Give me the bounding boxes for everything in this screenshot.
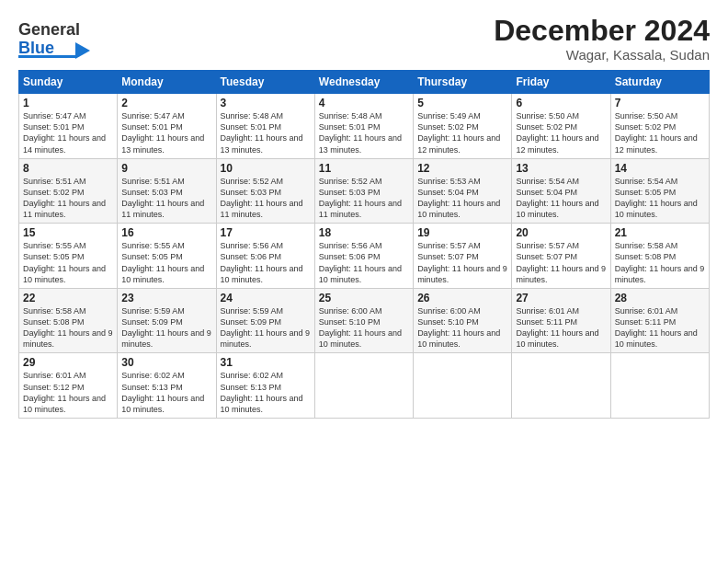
- day-number: 8: [23, 162, 113, 175]
- calendar-cell: 30Sunrise: 6:02 AMSunset: 5:13 PMDayligh…: [118, 353, 216, 419]
- calendar-cell: [512, 353, 610, 419]
- calendar-cell: 26Sunrise: 6:00 AMSunset: 5:10 PMDayligh…: [414, 288, 512, 353]
- calendar-cell: 3Sunrise: 5:48 AMSunset: 5:01 PMDaylight…: [216, 94, 314, 159]
- calendar-cell: 20Sunrise: 5:57 AMSunset: 5:07 PMDayligh…: [512, 224, 610, 289]
- day-number: 16: [121, 226, 211, 239]
- day-info: Sunrise: 5:55 AMSunset: 5:05 PMDaylight:…: [23, 240, 113, 285]
- day-number: 22: [23, 292, 113, 304]
- calendar-cell: 24Sunrise: 5:59 AMSunset: 5:09 PMDayligh…: [216, 288, 314, 353]
- day-info: Sunrise: 6:01 AMSunset: 5:12 PMDaylight:…: [23, 370, 113, 415]
- day-info: Sunrise: 5:54 AMSunset: 5:05 PMDaylight:…: [615, 176, 705, 221]
- day-info: Sunrise: 6:01 AMSunset: 5:11 PMDaylight:…: [615, 305, 705, 350]
- day-number: 18: [319, 226, 409, 239]
- calendar-cell: 22Sunrise: 5:58 AMSunset: 5:08 PMDayligh…: [19, 288, 118, 353]
- calendar-cell: 17Sunrise: 5:56 AMSunset: 5:06 PMDayligh…: [216, 224, 314, 289]
- calendar-title: December 2024: [494, 15, 710, 47]
- day-number: 7: [615, 97, 705, 109]
- day-number: 6: [516, 97, 606, 109]
- day-number: 11: [319, 162, 409, 175]
- calendar-week-1: 1Sunrise: 5:47 AMSunset: 5:01 PMDaylight…: [19, 94, 710, 159]
- day-info: Sunrise: 6:00 AMSunset: 5:10 PMDaylight:…: [417, 305, 507, 350]
- calendar-cell: 6Sunrise: 5:50 AMSunset: 5:02 PMDaylight…: [512, 94, 610, 159]
- calendar-week-5: 29Sunrise: 6:01 AMSunset: 5:12 PMDayligh…: [19, 353, 710, 419]
- day-number: 28: [615, 292, 705, 304]
- svg-marker-2: [75, 42, 90, 59]
- calendar-header-row: SundayMondayTuesdayWednesdayThursdayFrid…: [19, 71, 710, 94]
- calendar-table: SundayMondayTuesdayWednesdayThursdayFrid…: [18, 70, 710, 419]
- col-header-sunday: Sunday: [19, 71, 118, 94]
- day-info: Sunrise: 5:58 AMSunset: 5:08 PMDaylight:…: [23, 305, 113, 350]
- day-number: 21: [615, 226, 705, 239]
- day-number: 3: [221, 97, 311, 109]
- day-info: Sunrise: 5:52 AMSunset: 5:03 PMDaylight:…: [319, 176, 409, 221]
- calendar-cell: [414, 353, 512, 419]
- day-info: Sunrise: 5:49 AMSunset: 5:02 PMDaylight:…: [417, 110, 507, 155]
- day-info: Sunrise: 5:59 AMSunset: 5:09 PMDaylight:…: [221, 305, 311, 350]
- calendar-cell: 16Sunrise: 5:55 AMSunset: 5:05 PMDayligh…: [118, 224, 216, 289]
- calendar-cell: 12Sunrise: 5:53 AMSunset: 5:04 PMDayligh…: [414, 158, 512, 224]
- svg-rect-3: [18, 55, 75, 58]
- day-number: 27: [516, 292, 606, 304]
- calendar-cell: 9Sunrise: 5:51 AMSunset: 5:03 PMDaylight…: [118, 158, 216, 224]
- day-info: Sunrise: 5:48 AMSunset: 5:01 PMDaylight:…: [319, 110, 409, 155]
- calendar-cell: 21Sunrise: 5:58 AMSunset: 5:08 PMDayligh…: [610, 224, 709, 289]
- day-info: Sunrise: 5:50 AMSunset: 5:02 PMDaylight:…: [615, 110, 705, 155]
- calendar-cell: 23Sunrise: 5:59 AMSunset: 5:09 PMDayligh…: [118, 288, 216, 353]
- day-number: 13: [516, 162, 606, 175]
- col-header-wednesday: Wednesday: [314, 71, 413, 94]
- svg-text:General: General: [18, 20, 80, 39]
- calendar-cell: 10Sunrise: 5:52 AMSunset: 5:03 PMDayligh…: [216, 158, 314, 224]
- day-number: 4: [319, 97, 409, 109]
- calendar-cell: 25Sunrise: 6:00 AMSunset: 5:10 PMDayligh…: [314, 288, 413, 353]
- calendar-cell: 13Sunrise: 5:54 AMSunset: 5:04 PMDayligh…: [512, 158, 610, 224]
- svg-text:Blue: Blue: [18, 39, 54, 57]
- col-header-monday: Monday: [118, 71, 216, 94]
- calendar-cell: 18Sunrise: 5:56 AMSunset: 5:06 PMDayligh…: [314, 224, 413, 289]
- calendar-cell: 31Sunrise: 6:02 AMSunset: 5:13 PMDayligh…: [216, 353, 314, 419]
- col-header-thursday: Thursday: [414, 71, 512, 94]
- day-number: 24: [221, 292, 311, 304]
- logo: General Blue: [18, 15, 100, 63]
- day-info: Sunrise: 5:54 AMSunset: 5:04 PMDaylight:…: [516, 176, 606, 221]
- day-number: 9: [121, 162, 211, 175]
- calendar-cell: 1Sunrise: 5:47 AMSunset: 5:01 PMDaylight…: [19, 94, 118, 159]
- day-number: 1: [23, 97, 113, 109]
- day-number: 23: [121, 292, 211, 304]
- day-number: 10: [221, 162, 311, 175]
- day-info: Sunrise: 6:00 AMSunset: 5:10 PMDaylight:…: [319, 305, 409, 350]
- day-number: 25: [319, 292, 409, 304]
- col-header-tuesday: Tuesday: [216, 71, 314, 94]
- day-number: 29: [23, 356, 113, 369]
- calendar-cell: 4Sunrise: 5:48 AMSunset: 5:01 PMDaylight…: [314, 94, 413, 159]
- calendar-cell: 11Sunrise: 5:52 AMSunset: 5:03 PMDayligh…: [314, 158, 413, 224]
- day-info: Sunrise: 6:02 AMSunset: 5:13 PMDaylight:…: [221, 370, 311, 415]
- day-number: 26: [417, 292, 507, 304]
- day-number: 20: [516, 226, 606, 239]
- calendar-subtitle: Wagar, Kassala, Sudan: [494, 47, 710, 63]
- header: General Blue December 2024 Wagar, Kassal…: [18, 15, 710, 63]
- day-number: 19: [417, 226, 507, 239]
- day-info: Sunrise: 5:51 AMSunset: 5:03 PMDaylight:…: [121, 176, 211, 221]
- day-number: 30: [121, 356, 211, 369]
- day-info: Sunrise: 5:57 AMSunset: 5:07 PMDaylight:…: [516, 240, 606, 285]
- calendar-cell: 28Sunrise: 6:01 AMSunset: 5:11 PMDayligh…: [610, 288, 709, 353]
- calendar-cell: 19Sunrise: 5:57 AMSunset: 5:07 PMDayligh…: [414, 224, 512, 289]
- day-info: Sunrise: 5:52 AMSunset: 5:03 PMDaylight:…: [221, 176, 311, 221]
- calendar-week-4: 22Sunrise: 5:58 AMSunset: 5:08 PMDayligh…: [19, 288, 710, 353]
- calendar-cell: 29Sunrise: 6:01 AMSunset: 5:12 PMDayligh…: [19, 353, 118, 419]
- calendar-cell: 14Sunrise: 5:54 AMSunset: 5:05 PMDayligh…: [610, 158, 709, 224]
- col-header-friday: Friday: [512, 71, 610, 94]
- day-info: Sunrise: 5:48 AMSunset: 5:01 PMDaylight:…: [221, 110, 311, 155]
- calendar-cell: [610, 353, 709, 419]
- day-info: Sunrise: 5:47 AMSunset: 5:01 PMDaylight:…: [121, 110, 211, 155]
- day-number: 5: [417, 97, 507, 109]
- calendar-cell: 15Sunrise: 5:55 AMSunset: 5:05 PMDayligh…: [19, 224, 118, 289]
- logo-icon: General Blue: [18, 15, 97, 63]
- day-info: Sunrise: 5:56 AMSunset: 5:06 PMDaylight:…: [221, 240, 311, 285]
- col-header-saturday: Saturday: [610, 71, 709, 94]
- day-info: Sunrise: 5:47 AMSunset: 5:01 PMDaylight:…: [23, 110, 113, 155]
- day-number: 12: [417, 162, 507, 175]
- calendar-cell: 27Sunrise: 6:01 AMSunset: 5:11 PMDayligh…: [512, 288, 610, 353]
- day-info: Sunrise: 5:59 AMSunset: 5:09 PMDaylight:…: [121, 305, 211, 350]
- day-info: Sunrise: 5:58 AMSunset: 5:08 PMDaylight:…: [615, 240, 705, 285]
